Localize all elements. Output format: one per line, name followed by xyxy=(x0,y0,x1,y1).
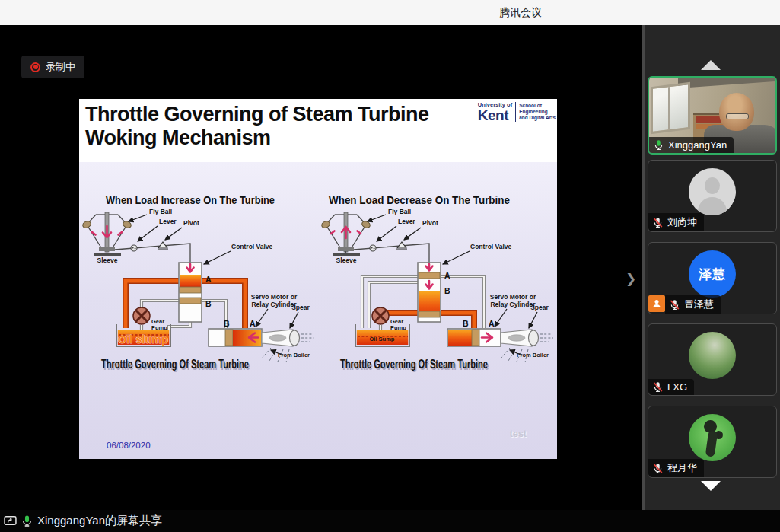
diagram-load-decrease: When Load Decrease On The Turbine Sleeve xyxy=(318,186,557,378)
avatar-photo xyxy=(689,332,736,379)
avatar-placeholder xyxy=(689,168,736,215)
slide-title-line2: Woking Mechanism xyxy=(85,126,271,149)
participant-tile-maozehui[interactable]: 泽慧 冒泽慧 xyxy=(648,242,777,314)
svg-text:B: B xyxy=(463,319,469,328)
video-ceiling-beam xyxy=(678,76,777,88)
logo-school-line2: Engineering xyxy=(519,109,556,115)
participant-tile-liushangkun[interactable]: 刘尚坤 xyxy=(648,160,777,232)
slide-title-line1: Throttle Governing of Steam Turbine xyxy=(85,103,429,126)
svg-text:A: A xyxy=(250,319,256,328)
participant-name: 刘尚坤 xyxy=(667,215,697,229)
svg-text:Oil Sump: Oil Sump xyxy=(370,336,395,342)
svg-text:Lever: Lever xyxy=(159,218,177,225)
mic-muted-icon xyxy=(669,299,680,311)
video-window xyxy=(651,82,690,134)
participant-tile-xinggangyan[interactable]: XinggangYan xyxy=(648,76,777,155)
svg-text:Fly Ball: Fly Ball xyxy=(149,208,172,215)
recording-indicator[interactable]: 录制中 xyxy=(21,56,84,78)
svg-text:Pivot: Pivot xyxy=(183,219,199,227)
svg-text:Relay Cylinder: Relay Cylinder xyxy=(490,301,536,308)
svg-text:Spear: Spear xyxy=(291,304,310,311)
window-titlebar: 腾讯会议 xyxy=(0,0,780,25)
svg-text:Servo Motor or: Servo Motor or xyxy=(490,293,536,301)
svg-text:Lever: Lever xyxy=(398,218,415,225)
svg-text:Pivot: Pivot xyxy=(422,219,438,227)
svg-text:B: B xyxy=(444,286,450,295)
participant-name: 程月华 xyxy=(667,461,697,475)
svg-text:Fly Ball: Fly Ball xyxy=(388,208,411,215)
status-bar: XinggangYan的屏幕共享 xyxy=(0,510,780,532)
person-icon xyxy=(651,298,662,309)
name-badge: LXG xyxy=(648,379,694,395)
slide-title-area: Throttle Governing of Steam Turbine Woki… xyxy=(79,99,557,162)
svg-text:Throttle Governing Of Steam Tu: Throttle Governing Of Steam Turbine xyxy=(101,357,249,371)
screen-share-icon xyxy=(4,514,17,527)
svg-text:B: B xyxy=(224,319,230,328)
app-title: 腾讯会议 xyxy=(499,6,542,20)
svg-text:Throttle Governing Of Steam Tu: Throttle Governing Of Steam Turbine xyxy=(340,357,488,371)
svg-text:Control Valve: Control Valve xyxy=(231,243,273,250)
diagram-load-increase: When Load Increase On The Turbine Sleeve xyxy=(79,186,318,378)
name-badge: XinggangYan xyxy=(649,137,734,153)
svg-text:A: A xyxy=(444,271,450,280)
avatar-initials-text: 泽慧 xyxy=(699,266,726,283)
svg-text:Sleeve: Sleeve xyxy=(97,256,118,264)
avatar-photo xyxy=(689,414,736,461)
sidebar-scrollbar[interactable] xyxy=(642,25,645,510)
name-badge: 冒泽慧 xyxy=(665,295,721,314)
logo-kent: Kent xyxy=(478,108,508,123)
mic-muted-icon xyxy=(652,217,664,228)
logo-divider xyxy=(515,102,516,122)
mic-muted-icon xyxy=(652,463,664,474)
svg-text:Servo Motor or: Servo Motor or xyxy=(251,293,298,301)
video-person-glasses xyxy=(726,113,749,119)
participants-sidebar: XinggangYan 刘尚坤 泽慧 冒泽慧 xyxy=(642,25,780,510)
participant-name: 冒泽慧 xyxy=(684,298,714,311)
svg-text:A: A xyxy=(205,275,212,284)
svg-text:Sleeve: Sleeve xyxy=(336,256,357,264)
slide-watermark: test xyxy=(510,428,527,439)
svg-text:Control Valve: Control Valve xyxy=(470,243,512,250)
video-person-head xyxy=(719,93,754,131)
shared-slide: Throttle Governing of Steam Turbine Woki… xyxy=(79,99,557,459)
recording-dot-icon xyxy=(30,62,40,72)
svg-text:When Load Decrease On The Turb: When Load Decrease On The Turbine xyxy=(329,193,510,206)
share-status-text: XinggangYan的屏幕共享 xyxy=(37,514,162,528)
svg-text:Relay Cylinder: Relay Cylinder xyxy=(251,301,297,308)
diagrams-row: When Load Increase On The Turbine Sleeve xyxy=(79,186,557,378)
slide-title: Throttle Governing of Steam Turbine Woki… xyxy=(85,103,429,151)
logo-school-line3: and Digital Arts xyxy=(519,115,556,121)
slide-date: 06/08/2020 xyxy=(107,441,151,450)
svg-text:Oil slump: Oil slump xyxy=(118,333,168,346)
participant-tile-chengyuehua[interactable]: 程月华 xyxy=(648,406,777,478)
participant-tile-lxg[interactable]: LXG xyxy=(648,323,777,396)
sidebar-collapse-chevron[interactable]: ❯ xyxy=(624,269,638,289)
member-badge-icon xyxy=(648,295,665,312)
university-of-kent-logo: University of Kent School of Engineering… xyxy=(478,102,556,123)
scroll-down-arrow[interactable] xyxy=(701,481,721,491)
tencent-meeting-window: 腾讯会议 录制中 Throttle Governing of Steam Tur… xyxy=(0,0,780,532)
participant-name: XinggangYan xyxy=(668,139,727,151)
name-badge: 刘尚坤 xyxy=(648,213,704,231)
svg-text:Spear: Spear xyxy=(530,304,549,311)
mic-on-icon xyxy=(21,514,33,527)
mic-muted-icon xyxy=(652,381,664,393)
logo-school-line1: School of xyxy=(519,103,556,109)
participant-name: LXG xyxy=(667,381,687,393)
svg-text:B: B xyxy=(205,299,212,308)
mic-on-icon xyxy=(653,139,664,151)
svg-text:When Load Increase On The Turb: When Load Increase On The Turbine xyxy=(106,193,275,206)
svg-text:A: A xyxy=(489,319,495,328)
recording-label: 录制中 xyxy=(46,60,75,74)
scroll-up-arrow[interactable] xyxy=(701,60,721,70)
name-badge: 程月华 xyxy=(648,459,704,477)
avatar-initials: 泽慧 xyxy=(689,250,736,298)
slide-body: When Load Increase On The Turbine Sleeve xyxy=(79,162,557,459)
